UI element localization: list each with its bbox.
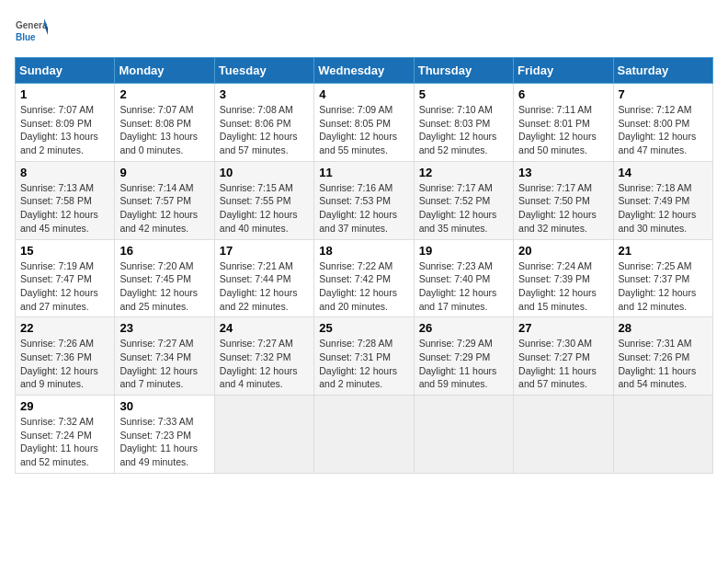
- day-info: Sunrise: 7:10 AMSunset: 8:03 PMDaylight:…: [419, 104, 497, 155]
- header: General Blue: [15, 15, 713, 48]
- calendar-cell: 28Sunrise: 7:31 AMSunset: 7:26 PMDayligh…: [613, 317, 712, 396]
- calendar-cell: 15Sunrise: 7:19 AMSunset: 7:47 PMDayligh…: [16, 239, 115, 317]
- day-number: 23: [119, 321, 209, 335]
- day-info: Sunrise: 7:17 AMSunset: 7:52 PMDaylight:…: [419, 182, 497, 234]
- day-number: 2: [119, 87, 209, 101]
- day-info: Sunrise: 7:33 AMSunset: 7:23 PMDaylight:…: [119, 416, 198, 467]
- calendar-cell: [314, 396, 414, 474]
- day-info: Sunrise: 7:23 AMSunset: 7:40 PMDaylight:…: [419, 260, 497, 312]
- day-info: Sunrise: 7:26 AMSunset: 7:36 PMDaylight:…: [20, 338, 98, 389]
- calendar-cell: 19Sunrise: 7:23 AMSunset: 7:40 PMDayligh…: [414, 239, 513, 317]
- day-number: 10: [220, 166, 309, 179]
- day-info: Sunrise: 7:32 AMSunset: 7:24 PMDaylight:…: [20, 416, 98, 467]
- calendar-cell: 13Sunrise: 7:17 AMSunset: 7:50 PMDayligh…: [514, 161, 613, 239]
- day-header-friday: Friday: [514, 58, 613, 84]
- week-row-5: 29Sunrise: 7:32 AMSunset: 7:24 PMDayligh…: [16, 396, 713, 474]
- calendar-cell: 9Sunrise: 7:14 AMSunset: 7:57 PMDaylight…: [115, 161, 214, 239]
- week-row-1: 1Sunrise: 7:07 AMSunset: 8:09 PMDaylight…: [16, 84, 713, 162]
- week-row-3: 15Sunrise: 7:19 AMSunset: 7:47 PMDayligh…: [16, 239, 713, 317]
- calendar-cell: 18Sunrise: 7:22 AMSunset: 7:42 PMDayligh…: [314, 239, 414, 317]
- day-number: 25: [319, 321, 408, 335]
- day-info: Sunrise: 7:27 AMSunset: 7:32 PMDaylight:…: [220, 338, 298, 389]
- day-info: Sunrise: 7:24 AMSunset: 7:39 PMDaylight:…: [518, 260, 597, 312]
- day-number: 11: [319, 166, 408, 179]
- calendar-cell: 30Sunrise: 7:33 AMSunset: 7:23 PMDayligh…: [115, 396, 214, 474]
- day-number: 12: [419, 166, 508, 179]
- day-number: 21: [619, 244, 708, 258]
- calendar-cell: 21Sunrise: 7:25 AMSunset: 7:37 PMDayligh…: [613, 239, 712, 317]
- day-number: 17: [220, 244, 309, 258]
- day-number: 4: [319, 87, 408, 101]
- day-info: Sunrise: 7:29 AMSunset: 7:29 PMDaylight:…: [419, 338, 497, 389]
- week-row-2: 8Sunrise: 7:13 AMSunset: 7:58 PMDaylight…: [16, 161, 713, 239]
- day-number: 22: [20, 321, 109, 335]
- day-info: Sunrise: 7:15 AMSunset: 7:55 PMDaylight:…: [220, 182, 298, 234]
- day-header-monday: Monday: [115, 58, 214, 84]
- calendar-cell: 5Sunrise: 7:10 AMSunset: 8:03 PMDaylight…: [414, 84, 513, 162]
- day-info: Sunrise: 7:11 AMSunset: 8:01 PMDaylight:…: [518, 104, 597, 155]
- day-number: 20: [518, 244, 608, 258]
- day-header-thursday: Thursday: [414, 58, 513, 84]
- calendar-cell: 11Sunrise: 7:16 AMSunset: 7:53 PMDayligh…: [314, 161, 414, 239]
- day-info: Sunrise: 7:08 AMSunset: 8:06 PMDaylight:…: [220, 104, 298, 155]
- calendar-cell: 7Sunrise: 7:12 AMSunset: 8:00 PMDaylight…: [613, 84, 712, 162]
- day-number: 13: [518, 166, 608, 179]
- day-info: Sunrise: 7:30 AMSunset: 7:27 PMDaylight:…: [518, 338, 597, 389]
- day-info: Sunrise: 7:16 AMSunset: 7:53 PMDaylight:…: [319, 182, 397, 234]
- calendar-cell: 17Sunrise: 7:21 AMSunset: 7:44 PMDayligh…: [214, 239, 313, 317]
- calendar-cell: 23Sunrise: 7:27 AMSunset: 7:34 PMDayligh…: [115, 317, 214, 396]
- calendar-cell: [613, 396, 712, 474]
- day-header-saturday: Saturday: [613, 58, 712, 84]
- calendar-cell: [514, 396, 613, 474]
- calendar-cell: 24Sunrise: 7:27 AMSunset: 7:32 PMDayligh…: [214, 317, 313, 396]
- day-number: 29: [20, 399, 109, 413]
- calendar-cell: 10Sunrise: 7:15 AMSunset: 7:55 PMDayligh…: [214, 161, 313, 239]
- day-info: Sunrise: 7:17 AMSunset: 7:50 PMDaylight:…: [518, 182, 597, 234]
- day-number: 19: [419, 244, 508, 258]
- day-info: Sunrise: 7:07 AMSunset: 8:09 PMDaylight:…: [20, 104, 98, 155]
- calendar-cell: [214, 396, 313, 474]
- calendar-cell: 20Sunrise: 7:24 AMSunset: 7:39 PMDayligh…: [514, 239, 613, 317]
- day-number: 5: [419, 87, 508, 101]
- day-number: 16: [119, 244, 209, 258]
- day-info: Sunrise: 7:18 AMSunset: 7:49 PMDaylight:…: [619, 182, 697, 234]
- calendar-cell: 6Sunrise: 7:11 AMSunset: 8:01 PMDaylight…: [514, 84, 613, 162]
- day-header-wednesday: Wednesday: [314, 58, 414, 84]
- day-number: 1: [20, 87, 109, 101]
- logo-svg: General Blue: [15, 15, 48, 48]
- calendar-cell: 22Sunrise: 7:26 AMSunset: 7:36 PMDayligh…: [16, 317, 115, 396]
- day-info: Sunrise: 7:14 AMSunset: 7:57 PMDaylight:…: [119, 182, 198, 234]
- header-row: SundayMondayTuesdayWednesdayThursdayFrid…: [16, 58, 713, 84]
- day-number: 15: [20, 244, 109, 258]
- day-info: Sunrise: 7:19 AMSunset: 7:47 PMDaylight:…: [20, 260, 98, 312]
- day-number: 7: [619, 87, 708, 101]
- calendar-cell: [414, 396, 513, 474]
- day-info: Sunrise: 7:12 AMSunset: 8:00 PMDaylight:…: [619, 104, 697, 155]
- day-info: Sunrise: 7:27 AMSunset: 7:34 PMDaylight:…: [119, 338, 198, 389]
- calendar-cell: 29Sunrise: 7:32 AMSunset: 7:24 PMDayligh…: [16, 396, 115, 474]
- calendar-cell: 2Sunrise: 7:07 AMSunset: 8:08 PMDaylight…: [115, 84, 214, 162]
- calendar-cell: 4Sunrise: 7:09 AMSunset: 8:05 PMDaylight…: [314, 84, 414, 162]
- day-number: 3: [220, 87, 309, 101]
- day-info: Sunrise: 7:09 AMSunset: 8:05 PMDaylight:…: [319, 104, 397, 155]
- day-info: Sunrise: 7:28 AMSunset: 7:31 PMDaylight:…: [319, 338, 397, 389]
- calendar-cell: 1Sunrise: 7:07 AMSunset: 8:09 PMDaylight…: [16, 84, 115, 162]
- day-number: 27: [518, 321, 608, 335]
- calendar-cell: 26Sunrise: 7:29 AMSunset: 7:29 PMDayligh…: [414, 317, 513, 396]
- calendar-cell: 3Sunrise: 7:08 AMSunset: 8:06 PMDaylight…: [214, 84, 313, 162]
- day-number: 14: [619, 166, 708, 179]
- day-info: Sunrise: 7:25 AMSunset: 7:37 PMDaylight:…: [619, 260, 697, 312]
- day-info: Sunrise: 7:13 AMSunset: 7:58 PMDaylight:…: [20, 182, 98, 234]
- calendar-table: SundayMondayTuesdayWednesdayThursdayFrid…: [15, 57, 713, 474]
- day-number: 24: [220, 321, 309, 335]
- calendar-cell: 25Sunrise: 7:28 AMSunset: 7:31 PMDayligh…: [314, 317, 414, 396]
- day-info: Sunrise: 7:21 AMSunset: 7:44 PMDaylight:…: [220, 260, 298, 312]
- calendar-cell: 12Sunrise: 7:17 AMSunset: 7:52 PMDayligh…: [414, 161, 513, 239]
- calendar-cell: 16Sunrise: 7:20 AMSunset: 7:45 PMDayligh…: [115, 239, 214, 317]
- day-header-tuesday: Tuesday: [214, 58, 313, 84]
- day-number: 8: [20, 166, 109, 179]
- svg-text:General: General: [16, 20, 48, 30]
- day-info: Sunrise: 7:31 AMSunset: 7:26 PMDaylight:…: [619, 338, 697, 389]
- day-number: 26: [419, 321, 508, 335]
- day-info: Sunrise: 7:07 AMSunset: 8:08 PMDaylight:…: [119, 104, 198, 155]
